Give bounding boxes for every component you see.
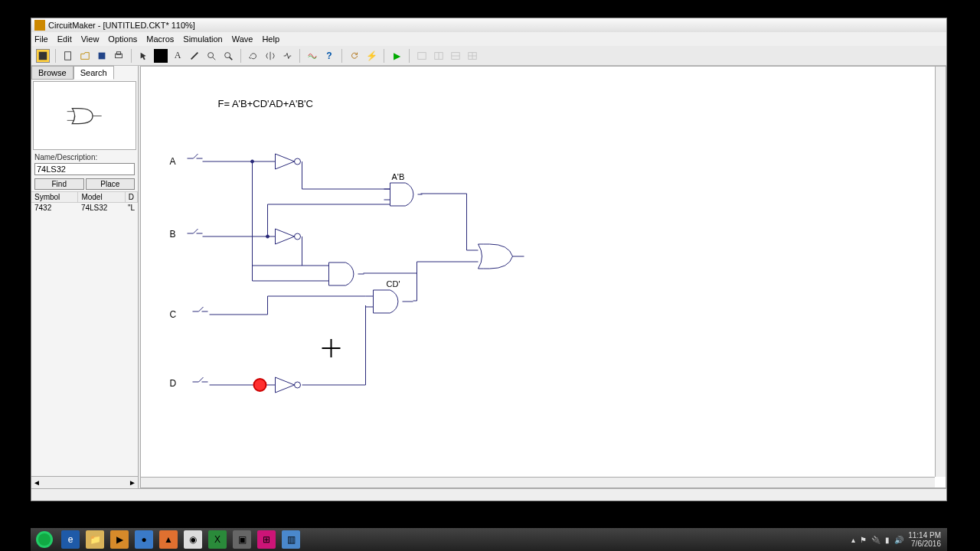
highlight-marker (254, 379, 266, 391)
symbol-preview (33, 81, 136, 150)
task-circuitmaker-icon[interactable]: ⊞ (257, 530, 276, 549)
status-bar (31, 488, 946, 500)
cell-symbol: 7432 (31, 203, 78, 213)
help-icon[interactable]: ? (322, 49, 336, 63)
canvas-vscroll[interactable] (935, 67, 946, 477)
mirror-icon[interactable] (263, 49, 277, 63)
side-hscroll[interactable]: ◄ ► (31, 476, 138, 488)
probe-icon[interactable] (188, 49, 201, 63)
app-icon (34, 20, 45, 31)
task-explorer-icon[interactable]: 📁 (86, 530, 104, 549)
input-c-label: C (170, 309, 177, 320)
window-title: CircuitMaker - [UNTITLED.CKT* 110%] (48, 21, 195, 30)
side-panel: Browse Search Name/Description: Find Pla… (31, 66, 139, 488)
tool-bar: A ? (31, 46, 946, 66)
wave-icon[interactable] (305, 49, 319, 63)
svg-line-7 (213, 57, 216, 60)
gate-label-ab: A'B (392, 172, 405, 181)
menu-help[interactable]: Help (262, 34, 279, 44)
task-media-icon[interactable]: ▶ (110, 530, 129, 549)
tray-volume-icon[interactable]: 🔊 (894, 536, 903, 544)
svg-line-9 (230, 57, 233, 60)
start-button[interactable] (35, 530, 54, 549)
run-icon[interactable]: ▶ (390, 49, 403, 63)
cursor-crosshair (322, 339, 341, 357)
svg-point-6 (208, 52, 214, 57)
place-button[interactable]: Place (86, 178, 136, 190)
menu-file[interactable]: File (34, 34, 48, 44)
svg-point-8 (225, 52, 230, 57)
save-icon[interactable] (95, 49, 109, 63)
task-app1-icon[interactable]: ● (135, 530, 153, 549)
input-b-label: B (170, 229, 176, 240)
zoom-select-icon[interactable] (204, 49, 218, 63)
name-desc-label: Name/Description: (31, 152, 138, 163)
panel1-icon[interactable] (415, 49, 429, 63)
tray-network-icon[interactable]: ▮ (885, 536, 890, 544)
app-window: CircuitMaker - [UNTITLED.CKT* 110%] File… (31, 18, 947, 501)
equation-text: F= A'B+CD'AD+A'B'C (218, 98, 313, 109)
col-d[interactable]: D (126, 192, 138, 202)
gate-label-cd: CD' (387, 279, 400, 289)
list-row[interactable]: 7432 74LS32 "L (31, 203, 138, 213)
canvas-hscroll[interactable] (141, 477, 935, 487)
task-app3-icon[interactable]: ▥ (282, 530, 300, 549)
scroll-right-icon[interactable]: ► (129, 478, 136, 487)
menu-options[interactable]: Options (108, 34, 137, 44)
menu-bar: File Edit View Options Macros Simulation… (31, 32, 946, 46)
task-excel-icon[interactable]: X (208, 530, 227, 549)
task-vlc-icon[interactable]: ▲ (159, 530, 178, 549)
col-model[interactable]: Model (78, 192, 125, 202)
canvas[interactable]: F= A'B+CD'AD+A'B'C A B C D (140, 66, 946, 488)
task-chrome-icon[interactable]: ◉ (184, 530, 202, 549)
reset-icon[interactable] (348, 49, 361, 63)
svg-rect-5 (157, 51, 165, 60)
tray-time[interactable]: 11:14 PM (908, 531, 941, 540)
svg-rect-10 (418, 52, 426, 59)
print-icon[interactable] (112, 49, 126, 63)
taskbar: e 📁 ▶ ● ▲ ◉ X ▣ ⊞ ▥ ▴ ⚑ 🔌 ▮ 🔊 11:14 PM 7… (31, 528, 947, 551)
new-file-icon[interactable] (61, 49, 75, 63)
svg-point-64 (38, 533, 51, 546)
panel2-icon[interactable] (432, 49, 446, 63)
svg-rect-1 (65, 51, 71, 60)
title-bar: CircuitMaker - [UNTITLED.CKT* 110%] (31, 18, 946, 32)
menu-simulation[interactable]: Simulation (183, 34, 222, 44)
menu-macros[interactable]: Macros (146, 34, 174, 44)
task-app2-icon[interactable]: ▣ (233, 530, 251, 549)
tray-date[interactable]: 7/6/2016 (908, 540, 941, 548)
open-file-icon[interactable] (78, 49, 92, 63)
menu-wave[interactable]: Wave (232, 34, 253, 44)
input-d-label: D (170, 378, 177, 389)
panel3-icon[interactable] (449, 49, 462, 63)
name-input[interactable] (34, 163, 135, 175)
tray-arrow-icon[interactable]: ▴ (851, 536, 855, 544)
rotate-icon[interactable] (247, 49, 260, 63)
find-button[interactable]: Find (34, 178, 84, 190)
tab-search[interactable]: Search (74, 66, 114, 80)
tool-digital[interactable] (36, 49, 50, 63)
tab-browse[interactable]: Browse (31, 66, 74, 80)
input-a-label: A (170, 156, 176, 167)
tray-flag-icon[interactable]: ⚑ (860, 536, 867, 544)
menu-edit[interactable]: Edit (57, 34, 72, 44)
cell-d: "L (125, 203, 138, 213)
tray-power-icon[interactable]: 🔌 (871, 536, 880, 544)
svg-rect-0 (39, 51, 47, 60)
step-icon[interactable] (280, 49, 294, 63)
trace-icon[interactable]: ⚡ (364, 49, 378, 63)
menu-view[interactable]: View (81, 34, 100, 44)
cell-model: 74LS32 (78, 203, 125, 213)
col-symbol[interactable]: Symbol (31, 192, 78, 202)
scroll-left-icon[interactable]: ◄ (33, 478, 41, 487)
zoom-icon[interactable] (221, 49, 235, 63)
text-tool-icon[interactable]: A (171, 49, 185, 63)
task-ie-icon[interactable]: e (61, 530, 80, 549)
panel4-icon[interactable] (466, 49, 479, 63)
arrow-tool-icon[interactable] (137, 49, 151, 63)
list-header[interactable]: Symbol Model D (31, 191, 138, 203)
rect-tool-icon[interactable] (154, 49, 168, 63)
svg-rect-2 (99, 52, 106, 59)
system-tray: ▴ ⚑ 🔌 ▮ 🔊 11:14 PM 7/6/2016 (851, 531, 947, 548)
